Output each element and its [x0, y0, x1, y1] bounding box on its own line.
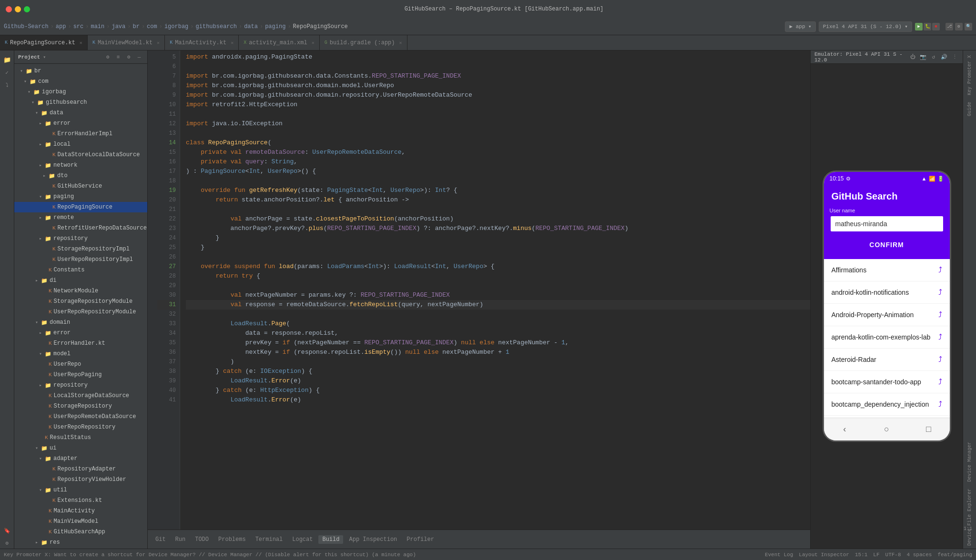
- tree-network[interactable]: ▸ 📁 network: [14, 160, 147, 170]
- tab-activity-xml[interactable]: X activity_main.xml ✕: [239, 35, 319, 50]
- project-icon[interactable]: 📁: [1, 54, 13, 66]
- panel-tool-1[interactable]: ⚙: [103, 53, 112, 61]
- tree-local[interactable]: ▸ 📁 local: [14, 139, 147, 150]
- code-content[interactable]: import androidx.paging.PagingState impor…: [180, 50, 810, 530]
- breadcrumb-igorbag[interactable]: igorbag: [164, 23, 188, 30]
- device-manager-label[interactable]: Device Manager: [966, 439, 973, 485]
- tree-githubsearch[interactable]: ▾ 📁 githubsearch: [14, 97, 147, 108]
- tree-igorbag[interactable]: ▾ 📁 igorbag: [14, 87, 147, 97]
- tree-mainactivity-file[interactable]: K MainActivity: [14, 506, 147, 516]
- breadcrumb-main[interactable]: main: [91, 23, 104, 30]
- tab-close-icon2[interactable]: ✕: [157, 40, 160, 46]
- share-icon-6[interactable]: ⤴: [938, 378, 942, 386]
- tab-close-icon5[interactable]: ✕: [399, 40, 402, 46]
- list-item-affirmations[interactable]: Affirmations ⤴: [824, 259, 950, 281]
- share-icon-5[interactable]: ⤴: [938, 355, 942, 364]
- tab-todo[interactable]: TODO: [191, 535, 213, 544]
- tree-localstoragedata[interactable]: K LocalStorageDataSource: [14, 390, 147, 401]
- tree-userreporemortedata[interactable]: K UserRepoRemoteDataSource: [14, 411, 147, 422]
- emu-rotate-icon[interactable]: ↺: [929, 53, 938, 61]
- tree-networkmodule[interactable]: K NetworkModule: [14, 286, 147, 296]
- list-item-kotlin-notifications[interactable]: android-kotlin-notifications ⤴: [824, 281, 950, 304]
- key-promoter-label[interactable]: Key Promoter X: [966, 52, 973, 98]
- device-selector[interactable]: Pixel 4 API 31 (S - 12.0) ▾: [819, 21, 912, 32]
- stop-button[interactable]: ■: [932, 23, 940, 30]
- tab-profiler[interactable]: Profiler: [403, 535, 438, 544]
- tree-userrepopaging[interactable]: K UserRepoPaging: [14, 370, 147, 380]
- breadcrumb-br[interactable]: br: [132, 23, 139, 30]
- tree-userrepo-impl[interactable]: K UserRepoRepositoryImpl: [14, 254, 147, 265]
- list-item-property-animation[interactable]: Android-Property-Animation ⤴: [824, 304, 950, 326]
- share-icon-3[interactable]: ⤴: [938, 310, 942, 319]
- tree-model[interactable]: ▾ 📁 model: [14, 349, 147, 359]
- breadcrumb-paging[interactable]: paging: [265, 23, 285, 30]
- tree-remote[interactable]: ▸ 📁 remote: [14, 212, 147, 223]
- git-branch[interactable]: feat/paging: [937, 552, 972, 558]
- tab-close-icon[interactable]: ✕: [80, 40, 82, 46]
- tab-build[interactable]: Build: [318, 535, 343, 544]
- tree-errorhandler-kt[interactable]: K ErrorHandler.kt: [14, 338, 147, 349]
- nav-home-button[interactable]: ○: [884, 425, 889, 434]
- tree-githubservice[interactable]: K GitHubService: [14, 181, 147, 191]
- tree-domain-error[interactable]: ▸ 📁 error: [14, 328, 147, 338]
- debug-button[interactable]: 🐛: [924, 23, 931, 30]
- tab-logcat[interactable]: Logcat: [288, 535, 316, 544]
- layout-inspector-link[interactable]: Layout Inspector: [799, 552, 849, 558]
- share-icon-1[interactable]: ⤴: [938, 266, 942, 274]
- maximize-button[interactable]: [24, 6, 30, 12]
- tree-util[interactable]: ▾ 📁 util: [14, 485, 147, 495]
- list-item-asteroid-radar[interactable]: Asteroid-Radar ⤴: [824, 349, 950, 371]
- minimize-button[interactable]: [15, 6, 21, 12]
- tab-close-icon3[interactable]: ✕: [231, 40, 234, 46]
- search-icon[interactable]: 🔍: [965, 23, 972, 30]
- run-config-selector[interactable]: ▶ app ▾: [785, 21, 815, 32]
- list-item-bootcamp-santander[interactable]: bootcamp-santander-todo-app ⤴: [824, 371, 950, 393]
- tree-githubsearchapp[interactable]: K GitHubSearchApp: [14, 527, 147, 537]
- tree-ui[interactable]: ▾ 📁 ui: [14, 443, 147, 453]
- tree-retrofituserrepo[interactable]: K RetrofitUserRepoDataSource: [14, 223, 147, 233]
- breadcrumb-githubsearch[interactable]: githubsearch: [196, 23, 237, 30]
- tree-storage-repo-impl[interactable]: K StorageRepositoryImpl: [14, 244, 147, 254]
- nav-back-button[interactable]: ‹: [842, 425, 847, 434]
- tree-error-folder[interactable]: ▸ 📁 error: [14, 118, 147, 129]
- nav-recent-button[interactable]: □: [926, 425, 931, 434]
- tree-storagerepomodule[interactable]: K StorageRepositoryModule: [14, 296, 147, 307]
- tab-appinspection[interactable]: App Inspection: [345, 535, 401, 544]
- panel-tool-gear[interactable]: ⚙: [124, 53, 133, 61]
- tree-repository-folder[interactable]: ▸ 📁 repository: [14, 233, 147, 244]
- tab-run[interactable]: Run: [172, 535, 190, 544]
- close-button[interactable]: [6, 6, 12, 12]
- emu-power-icon[interactable]: ⏻: [908, 53, 917, 61]
- tab-git[interactable]: Git: [152, 535, 170, 544]
- tree-errorhandler[interactable]: K ErrorHandlerImpl: [14, 129, 147, 139]
- run-button[interactable]: ▶: [915, 23, 923, 30]
- tree-domain-repo[interactable]: ▸ 📁 repository: [14, 380, 147, 390]
- pull-requests-icon[interactable]: ⤵: [1, 79, 13, 90]
- tree-storagerepo[interactable]: K StorageRepository: [14, 401, 147, 411]
- build-variants-icon[interactable]: ⚙: [1, 537, 13, 549]
- tree-domain[interactable]: ▾ 📁 domain: [14, 317, 147, 328]
- tree-repopagingsource[interactable]: K RepoPagingSource: [14, 202, 147, 212]
- panel-close[interactable]: —: [135, 53, 143, 61]
- breadcrumb-app[interactable]: app: [56, 23, 66, 30]
- list-item-bootcamp-dep[interactable]: bootcamp_dependency_injection ⤴: [824, 393, 950, 416]
- tab-problems[interactable]: Problems: [214, 535, 250, 544]
- tab-buildgradle[interactable]: G build.gradle (:app) ✕: [320, 35, 407, 50]
- commit-icon[interactable]: ✓: [1, 67, 13, 78]
- tab-reposource[interactable]: K RepoPagingSource.kt ✕: [0, 35, 88, 50]
- settings-icon[interactable]: ⚙: [955, 23, 963, 30]
- device-file-explorer-label[interactable]: Device File Explorer: [966, 486, 973, 549]
- tree-data[interactable]: ▾ 📁 data: [14, 108, 147, 118]
- tree-userrepo[interactable]: K UserRepo: [14, 359, 147, 370]
- emu-more-icon[interactable]: ⋮: [950, 53, 959, 61]
- share-icon-7[interactable]: ⤴: [938, 400, 942, 409]
- tree-constants[interactable]: K Constants: [14, 265, 147, 275]
- guide-label[interactable]: Guide: [966, 99, 973, 119]
- breadcrumb-repopage[interactable]: RepoPagingSource: [293, 23, 348, 30]
- project-dropdown-icon[interactable]: ▾: [43, 54, 46, 60]
- tab-close-icon4[interactable]: ✕: [312, 40, 315, 46]
- git-icon[interactable]: ⎇: [946, 23, 953, 30]
- breadcrumb-github-search[interactable]: Github-Search: [4, 23, 49, 30]
- tree-resultstatus[interactable]: K ResultStatus: [14, 432, 147, 443]
- username-input[interactable]: matheus-miranda: [830, 215, 944, 232]
